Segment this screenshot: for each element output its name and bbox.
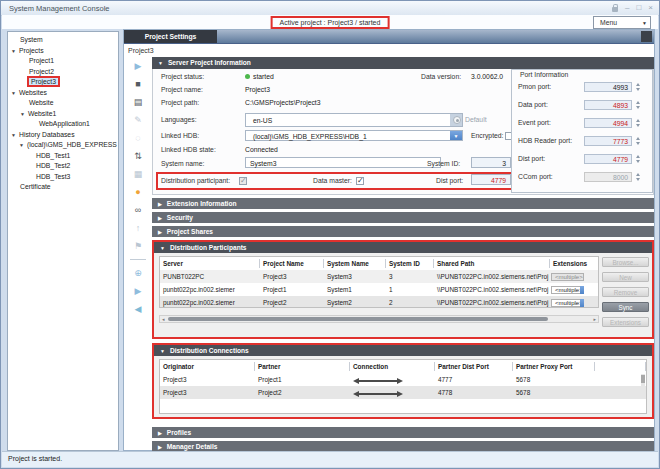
- connections-row-2[interactable]: Project3 Project2 4778 5678: [160, 386, 646, 399]
- menu-dropdown[interactable]: Menu ▼: [593, 16, 651, 29]
- participants-row-2[interactable]: punbt022pc.in002.siemer Project1 System1…: [160, 283, 598, 296]
- expand-icon: ▶: [158, 229, 162, 235]
- tree-item-webapplication1[interactable]: WebApplication1: [8, 119, 118, 130]
- stop-project-icon[interactable]: ■: [126, 75, 150, 93]
- scroll-left-icon[interactable]: ◂: [162, 316, 165, 322]
- maximize-button[interactable]: □: [636, 3, 641, 12]
- data-port-spinner[interactable]: [634, 100, 641, 110]
- dist-port-input[interactable]: 4779: [471, 174, 511, 185]
- col-shared-path[interactable]: Shared Path: [434, 259, 550, 268]
- connections-table: Originator Partner Connection Partner Di…: [159, 359, 647, 414]
- tree-item-system[interactable]: System: [8, 35, 118, 46]
- sync-button[interactable]: Sync: [602, 302, 649, 312]
- tree-item-website[interactable]: Website: [8, 98, 118, 109]
- section-header-server-project-information[interactable]: ▼Server Project Information: [152, 57, 654, 69]
- col-originator[interactable]: Originator: [160, 362, 255, 371]
- participants-row-1[interactable]: PUNBT022PC Project3 System3 3 \\PUNBT022…: [160, 270, 598, 283]
- hdb-reader-port-spinner[interactable]: [634, 136, 641, 146]
- pmon-port-spinner[interactable]: [634, 82, 641, 92]
- event-port-spinner[interactable]: [634, 118, 641, 128]
- section-header-distribution-connections[interactable]: ▼Distribution Connections: [154, 345, 652, 356]
- system-id-input[interactable]: 3: [471, 157, 511, 168]
- tree-item-project2[interactable]: Project2: [8, 67, 118, 78]
- project-status-label: Project status:: [161, 73, 204, 80]
- data-port-label: Data port:: [518, 101, 548, 108]
- expander-icon[interactable]: ▼: [11, 88, 19, 99]
- expander-icon[interactable]: ▼: [11, 46, 19, 57]
- section-header-security[interactable]: ▶Security: [152, 212, 654, 223]
- banner-bar: Active project : Project3 / started Menu…: [2, 15, 658, 29]
- default-language-radio[interactable]: [453, 116, 461, 124]
- col-partner-dist-port[interactable]: Partner Dist Port: [435, 362, 513, 371]
- tree-item-gms-hdb-express[interactable]: ▼(local)\GMS_HDB_EXPRESS: [8, 140, 118, 151]
- restore-icon[interactable]: ●: [126, 183, 150, 201]
- project-tree: System ▼Projects Project1 Project2 Proje…: [7, 31, 119, 451]
- col-project-name[interactable]: Project Name: [260, 259, 324, 268]
- tree-item-history-databases[interactable]: ▼History Databases: [8, 130, 118, 141]
- languages-combobox[interactable]: en-US ▼: [245, 113, 463, 127]
- sort-sync-icon[interactable]: ⇅: [126, 147, 150, 165]
- extensions-combobox[interactable]: <multiple>: [551, 286, 584, 294]
- add-icon[interactable]: ⊕: [126, 264, 150, 282]
- tree-item-projects[interactable]: ▼Projects: [8, 46, 118, 57]
- project-path-value: C:\GMSProjects\Project3: [245, 99, 321, 106]
- participants-h-scrollbar[interactable]: ◂ ▸: [159, 315, 599, 323]
- tree-item-website1[interactable]: ▼Website1: [8, 109, 118, 120]
- close-button[interactable]: ×: [648, 3, 653, 12]
- system-name-input[interactable]: System3: [245, 157, 441, 168]
- section-header-project-shares[interactable]: ▶Project Shares: [152, 226, 654, 237]
- ccom-port-spinner: [634, 172, 641, 182]
- event-port-input[interactable]: 4994: [584, 118, 632, 128]
- tab-strip-end-button[interactable]: [641, 31, 652, 42]
- participants-row-3[interactable]: punbt022pc.in002.siemer Project2 System2…: [160, 296, 598, 308]
- tree-item-websites[interactable]: ▼Websites: [8, 88, 118, 99]
- scrollbar-thumb[interactable]: [641, 375, 645, 383]
- distribution-participant-checkbox: [239, 177, 247, 185]
- tree-item-hdb-test2[interactable]: HDB_Test2: [8, 161, 118, 172]
- col-system-id[interactable]: System ID: [386, 259, 434, 268]
- expander-icon[interactable]: ▼: [11, 130, 19, 141]
- col-server[interactable]: Server: [160, 259, 260, 268]
- dropdown-arrow-icon: [580, 299, 584, 307]
- linked-hdb-combobox[interactable]: (local)\GMS_HDB_EXPRESS\HDB_1 ▼: [245, 130, 463, 141]
- extensions-combobox[interactable]: <multiple>: [551, 299, 584, 307]
- data-port-input[interactable]: 4893: [584, 100, 632, 110]
- col-partner[interactable]: Partner: [255, 362, 350, 371]
- settings-sections: ▼Server Project Information Project stat…: [152, 57, 654, 455]
- col-connection[interactable]: Connection: [350, 362, 435, 371]
- scrollbar-thumb[interactable]: [168, 317, 548, 321]
- tree-item-hdb-test1[interactable]: HDB_Test1: [8, 151, 118, 162]
- connections-v-scrollbar[interactable]: [641, 374, 645, 394]
- expander-icon[interactable]: ▼: [20, 109, 28, 120]
- pmon-port-label: Pmon port:: [518, 83, 551, 90]
- section-header-extension-information[interactable]: ▶Extension Information: [152, 198, 654, 209]
- hdb-reader-port-input[interactable]: 7773: [584, 136, 632, 146]
- start-project-icon[interactable]: ▶: [126, 57, 150, 75]
- project-document-icon[interactable]: ▤: [126, 93, 150, 111]
- extensions-button: Extensions: [602, 317, 649, 327]
- dist-port-info-spinner[interactable]: [634, 154, 641, 164]
- tree-item-hdb-test3[interactable]: HDB_Test3: [8, 172, 118, 183]
- selected-tree-item[interactable]: Project3: [29, 78, 58, 85]
- connections-row-1[interactable]: Project3 Project1 4777 5678: [160, 373, 646, 386]
- tab-project-settings[interactable]: Project Settings: [124, 30, 217, 43]
- section-header-distribution-participants[interactable]: ▼Distribution Participants: [154, 242, 652, 253]
- collapse-icon: ▼: [160, 245, 165, 251]
- linked-hdb-label: Linked HDB:: [161, 132, 199, 139]
- col-extensions[interactable]: Extensions: [550, 259, 599, 268]
- pmon-port-input[interactable]: 4993: [584, 82, 632, 92]
- tree-item-project1[interactable]: Project1: [8, 56, 118, 67]
- scroll-right-icon[interactable]: ▸: [593, 316, 596, 322]
- section-header-profiles[interactable]: ▶Profiles: [152, 427, 654, 438]
- dist-port-info-input[interactable]: 4779: [584, 154, 632, 164]
- deactivate-icon[interactable]: ◀: [126, 300, 150, 318]
- tree-item-project3[interactable]: Project3: [8, 77, 118, 88]
- link-projects-icon[interactable]: ∞: [126, 201, 150, 219]
- expander-icon[interactable]: ▼: [19, 140, 27, 151]
- minimize-button[interactable]: –: [625, 3, 629, 12]
- tree-item-certificate[interactable]: Certificate: [8, 182, 118, 193]
- data-master-checkbox[interactable]: [356, 177, 364, 185]
- col-system-name[interactable]: System Name: [324, 259, 386, 268]
- col-partner-proxy-port[interactable]: Partner Proxy Port: [513, 362, 595, 371]
- activate-icon[interactable]: ▶: [126, 282, 150, 300]
